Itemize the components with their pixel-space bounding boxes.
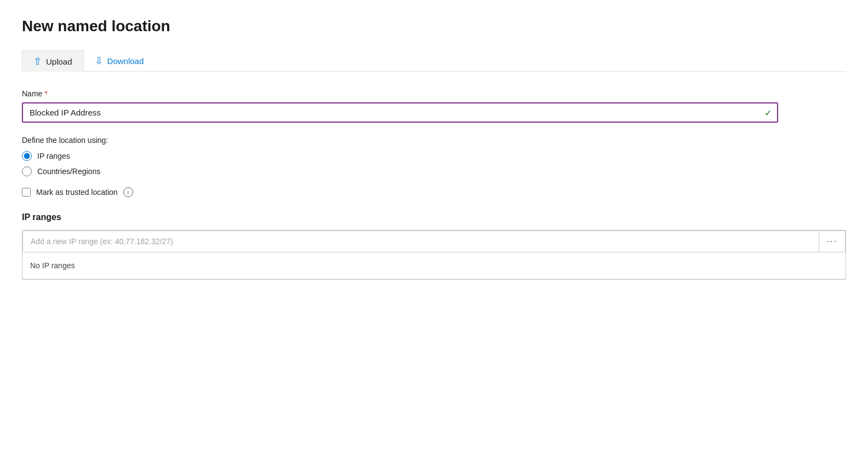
upload-label: Upload <box>46 57 72 66</box>
toolbar: ⇧ Upload ⇩ Download <box>22 50 846 72</box>
upload-button[interactable]: ⇧ Upload <box>22 50 84 72</box>
ip-range-input-wrapper <box>23 232 819 251</box>
trusted-location-checkbox[interactable] <box>22 188 31 197</box>
trusted-location-option[interactable]: Mark as trusted location i <box>22 187 846 197</box>
radio-countries-option[interactable]: Countries/Regions <box>22 166 846 176</box>
download-icon: ⇩ <box>95 56 103 66</box>
ip-ranges-section: IP ranges ··· No IP ranges <box>22 212 846 280</box>
name-input[interactable] <box>22 102 778 123</box>
radio-ip-ranges-input[interactable] <box>22 151 32 161</box>
radio-countries-label: Countries/Regions <box>37 167 100 176</box>
define-location-section: Define the location using: IP ranges Cou… <box>22 136 846 197</box>
define-location-label: Define the location using: <box>22 136 846 145</box>
name-valid-icon: ✓ <box>764 107 772 118</box>
trusted-location-info-icon[interactable]: i <box>123 187 133 197</box>
ip-ranges-container: ··· No IP ranges <box>22 230 846 280</box>
location-type-radio-group: IP ranges Countries/Regions <box>22 151 846 176</box>
name-input-wrapper: ✓ <box>22 102 778 123</box>
required-indicator: * <box>44 89 47 98</box>
ip-range-more-button[interactable]: ··· <box>819 231 845 252</box>
radio-countries-input[interactable] <box>22 166 32 176</box>
radio-ip-ranges-label: IP ranges <box>37 152 70 160</box>
ip-range-input[interactable] <box>23 232 819 251</box>
radio-ip-ranges-option[interactable]: IP ranges <box>22 151 846 161</box>
page-title: New named location <box>22 18 846 35</box>
ip-range-input-row: ··· <box>22 231 846 252</box>
download-button[interactable]: ⇩ Download <box>84 50 155 71</box>
name-section: Name * ✓ <box>22 89 846 123</box>
name-label: Name * <box>22 89 846 98</box>
upload-icon: ⇧ <box>33 56 42 66</box>
download-label: Download <box>107 56 144 66</box>
trusted-location-label: Mark as trusted location <box>36 188 118 197</box>
no-ip-ranges-text: No IP ranges <box>22 252 846 279</box>
ip-ranges-title: IP ranges <box>22 212 846 222</box>
